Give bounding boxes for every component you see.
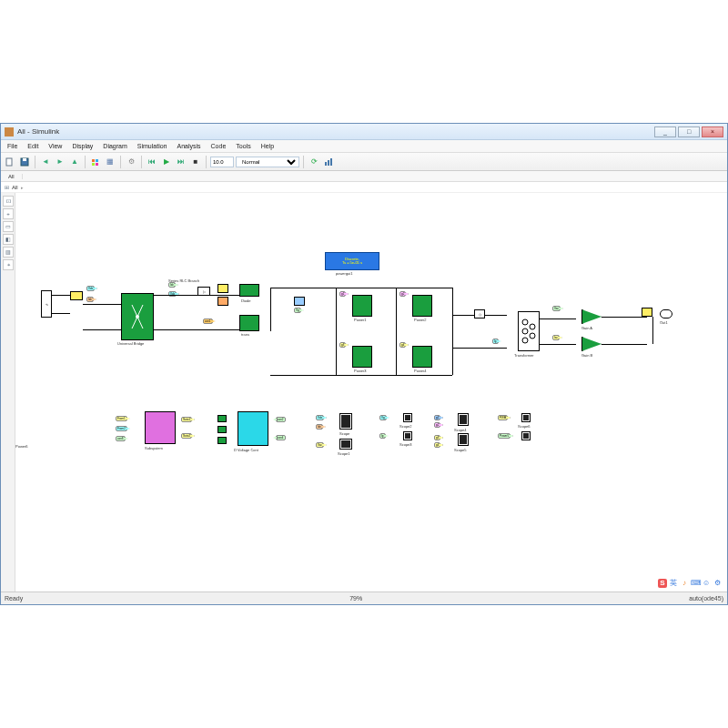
tag-cons-a[interactable]: con2 — [276, 417, 286, 422]
tag-g1[interactable]: g1 — [339, 291, 346, 297]
close-button[interactable]: × — [702, 126, 723, 137]
tag-vac[interactable]: Vac — [552, 306, 561, 311]
model-explorer-button[interactable]: ▦ — [104, 156, 116, 168]
block-dvoltage[interactable] — [238, 411, 268, 446]
block-scope4[interactable] — [458, 413, 469, 426]
ime-icon[interactable]: ⌨ — [691, 579, 700, 588]
menu-analysis[interactable]: Analysis — [172, 143, 205, 149]
block-subsystem[interactable] — [145, 411, 176, 444]
block-scope3[interactable] — [403, 431, 412, 440]
block-c2[interactable] — [217, 426, 227, 433]
sogou-icon[interactable]: S — [658, 579, 667, 588]
block-power2[interactable] — [412, 295, 432, 317]
tag-s5b[interactable]: Power5 — [498, 433, 511, 439]
tag-goto2[interactable]: Goto2 — [181, 433, 192, 439]
tag-vdc[interactable]: Vdc — [86, 286, 95, 291]
fast-restart-button[interactable]: ⟳ — [308, 156, 320, 168]
palette-btn[interactable]: ⌖ — [3, 259, 14, 270]
forward-button[interactable]: ► — [54, 156, 66, 168]
tab-all[interactable]: All — [1, 174, 23, 179]
step-back-button[interactable]: ⏮ — [146, 156, 158, 168]
diagram-canvas[interactable]: Discrete, Ts = 5e-05 s powergui1 ∿ Vdc I… — [15, 193, 727, 592]
minimize-button[interactable]: _ — [654, 126, 676, 137]
tag-ig[interactable]: Ig — [492, 339, 499, 344]
block-c3[interactable] — [217, 437, 227, 444]
menu-edit[interactable]: Edit — [23, 143, 43, 149]
tag-s5a[interactable]: PWM — [498, 415, 508, 420]
block-power3[interactable] — [352, 346, 372, 368]
block-gain3[interactable] — [217, 297, 228, 306]
tag-s4c[interactable]: g3 — [434, 435, 440, 440]
block-power1[interactable] — [352, 295, 372, 317]
tag-vg[interactable]: Vg — [294, 308, 301, 313]
tag-vdc2[interactable]: Vdc — [168, 291, 177, 297]
back-button[interactable]: ◄ — [39, 156, 52, 168]
ime-icon[interactable]: ⚙ — [713, 579, 722, 588]
block-c1[interactable] — [217, 415, 227, 422]
breadcrumb-root[interactable]: All — [12, 185, 18, 190]
block-diode[interactable] — [239, 284, 259, 297]
block-scope5[interactable] — [458, 433, 469, 446]
block-power4[interactable] — [412, 346, 432, 368]
build-button[interactable] — [322, 156, 335, 168]
step-forward-button[interactable]: ⏭ — [175, 156, 187, 168]
menu-help[interactable]: Help — [257, 143, 278, 149]
block-meas[interactable] — [70, 291, 83, 300]
tag-iac[interactable]: Iac — [552, 335, 560, 340]
tag-s3b[interactable]: Ig — [379, 433, 386, 439]
library-button[interactable] — [89, 156, 102, 168]
new-button[interactable] — [4, 156, 16, 168]
stop-button[interactable]: ■ — [189, 156, 202, 168]
tag-s3a[interactable]: Vg — [379, 415, 387, 420]
block-gainb[interactable] — [581, 337, 602, 351]
tag-s4b[interactable]: g2 — [434, 422, 440, 428]
block-scope1[interactable] — [339, 439, 352, 450]
block-out2[interactable] — [521, 431, 531, 440]
simulation-mode-select[interactable]: Normal — [236, 157, 299, 167]
up-button[interactable]: ▲ — [68, 156, 81, 168]
status-zoom[interactable]: 79% — [23, 595, 689, 602]
menu-file[interactable]: File — [3, 143, 22, 149]
tag-s1b[interactable]: Idc — [316, 424, 323, 430]
block-universal-bridge[interactable] — [121, 293, 154, 340]
settings-button[interactable]: ⚙ — [125, 156, 137, 168]
tag-from1[interactable]: From1 — [116, 416, 127, 421]
block-meas3[interactable] — [642, 308, 652, 317]
tag-idc[interactable]: Idc — [86, 297, 94, 302]
block-scope2[interactable] — [403, 413, 412, 422]
block-ac-source[interactable]: ∿ — [41, 290, 52, 318]
tag-cons[interactable]: con1 — [203, 318, 213, 324]
block-gaina[interactable] — [581, 309, 602, 324]
menu-view[interactable]: View — [44, 143, 66, 149]
menu-display[interactable]: Display — [67, 143, 97, 149]
palette-btn[interactable]: ◧ — [3, 234, 14, 245]
ime-lang[interactable]: 英 — [669, 579, 678, 588]
maximize-button[interactable]: □ — [678, 126, 700, 137]
run-button[interactable]: ▶ — [160, 156, 173, 168]
tag-g3[interactable]: g3 — [339, 342, 346, 348]
ime-icon[interactable]: ♪ — [680, 579, 689, 588]
block-scope[interactable] — [339, 413, 352, 430]
zoom-fit-button[interactable]: ⊡ — [3, 196, 14, 207]
tag-from2[interactable]: From2 — [116, 426, 127, 431]
menu-code[interactable]: Code — [207, 143, 231, 149]
tag-s2a[interactable]: Vac — [316, 442, 324, 448]
zoom-in-button[interactable]: + — [3, 208, 14, 219]
tag-cons-b[interactable]: con4 — [276, 435, 286, 440]
tag-s4a[interactable]: g1 — [434, 415, 440, 420]
tag-g4[interactable]: g4 — [399, 342, 406, 348]
titlebar[interactable]: All - Simulink _ □ × — [1, 124, 727, 140]
tag-goto1[interactable]: Goto1 — [181, 417, 192, 422]
block-powergui[interactable]: Discrete, Ts = 5e-05 s — [325, 252, 379, 270]
block-gain2[interactable] — [217, 284, 228, 293]
tag-g2[interactable]: g2 — [399, 291, 406, 297]
palette-btn[interactable]: ▥ — [3, 247, 14, 258]
block-scope6[interactable] — [521, 413, 531, 422]
ime-icon[interactable]: ☺ — [702, 579, 711, 588]
block-transformer[interactable] — [518, 311, 540, 351]
block-out[interactable] — [660, 309, 672, 318]
menu-simulation[interactable]: Simulation — [133, 143, 172, 149]
status-solver[interactable]: auto(ode45) — [689, 595, 723, 602]
menu-diagram[interactable]: Diagram — [98, 143, 131, 149]
block-gain-mid[interactable] — [294, 297, 305, 306]
